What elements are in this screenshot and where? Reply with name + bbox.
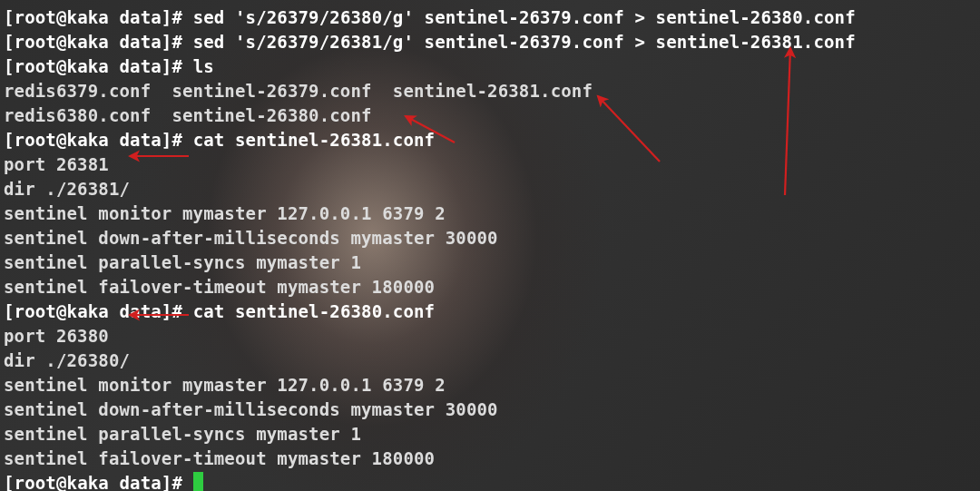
command-text: cat sentinel-26381.conf [193,130,436,150]
terminal-output-line: dir ./26380/ [4,349,856,373]
terminal-command-line: [root@kaka data]# sed 's/26379/26381/g' … [4,30,856,54]
output-text: sentinel parallel-syncs mymaster 1 [4,252,361,272]
output-text: sentinel monitor mymaster 127.0.0.1 6379… [4,203,446,223]
output-text: sentinel monitor mymaster 127.0.0.1 6379… [4,375,446,395]
prompt-host: kaka [67,7,109,27]
prompt-at: @ [56,473,67,491]
prompt-space [109,32,120,52]
prompt-hash: # [172,473,182,491]
prompt-close-bracket: ] [162,56,172,76]
prompt-host: kaka [67,130,109,150]
output-text: port 26381 [4,154,109,174]
terminal-command-line: [root@kaka data]# ls [4,54,856,79]
prompt-at: @ [56,7,67,27]
terminal-output-line: sentinel monitor mymaster 127.0.0.1 6379… [4,373,856,398]
terminal-output-line: dir ./26381/ [4,177,856,201]
prompt-hash: # [172,301,182,321]
prompt-path: data [120,7,162,27]
output-text: redis6380.conf sentinel-26380.conf [4,105,372,125]
prompt-user: root [15,56,56,76]
prompt-close-bracket: ] [162,301,172,321]
terminal-output: [root@kaka data]# sed 's/26379/26380/g' … [4,5,856,491]
terminal-command-line: [root@kaka data]# cat sentinel-26380.con… [4,300,856,324]
prompt-hash: # [172,32,182,52]
prompt-host: kaka [67,473,109,491]
terminal-output-line: redis6380.conf sentinel-26380.conf [4,103,856,128]
command-text: cat sentinel-26380.conf [193,301,436,321]
output-text: redis6379.conf sentinel-26379.conf senti… [4,81,593,101]
output-text: sentinel down-after-milliseconds mymaste… [4,399,498,419]
terminal-output-line: sentinel monitor mymaster 127.0.0.1 6379… [4,201,856,226]
output-text: dir ./26381/ [4,179,130,199]
prompt-open-bracket: [ [4,130,15,150]
prompt-hash: # [172,7,182,27]
prompt-space [109,7,120,27]
prompt-close-bracket: ] [162,32,172,52]
prompt-hash: # [172,130,182,150]
prompt-open-bracket: [ [4,7,15,27]
output-text: sentinel failover-timeout mymaster 18000… [4,277,435,297]
terminal-output-line: sentinel down-after-milliseconds mymaste… [4,226,856,250]
prompt-path: data [120,56,162,76]
prompt-open-bracket: [ [4,473,15,491]
prompt-path: data [120,32,162,52]
terminal-command-line: [root@kaka data]# sed 's/26379/26380/g' … [4,5,856,30]
prompt-at: @ [56,56,67,76]
prompt-path: data [120,301,162,321]
prompt-open-bracket: [ [4,301,15,321]
output-text: sentinel down-after-milliseconds mymaste… [4,228,498,248]
cursor-icon [193,472,203,491]
prompt-close-bracket: ] [162,473,172,491]
command-text: ls [193,56,214,76]
terminal-output-line: sentinel failover-timeout mymaster 18000… [4,275,856,300]
terminal-output-line: sentinel failover-timeout mymaster 18000… [4,447,856,471]
prompt-host: kaka [67,301,109,321]
prompt-close-bracket: ] [162,7,172,27]
terminal-output-line: sentinel down-after-milliseconds mymaste… [4,398,856,422]
prompt-space [109,56,120,76]
prompt-at: @ [56,130,67,150]
terminal-command-line: [root@kaka data]# [4,471,856,491]
terminal-output-line: redis6379.conf sentinel-26379.conf senti… [4,79,856,103]
prompt-hash: # [172,56,182,76]
prompt-space [109,130,120,150]
prompt-at: @ [56,301,67,321]
terminal-command-line: [root@kaka data]# cat sentinel-26381.con… [4,128,856,152]
output-text: sentinel parallel-syncs mymaster 1 [4,424,361,444]
prompt-space [109,473,120,491]
prompt-user: root [15,32,56,52]
prompt-at: @ [56,32,67,52]
prompt-host: kaka [67,56,109,76]
terminal-output-line: sentinel parallel-syncs mymaster 1 [4,422,856,447]
prompt-space [109,301,120,321]
terminal-output-line: sentinel parallel-syncs mymaster 1 [4,250,856,275]
terminal-output-line: port 26381 [4,152,856,177]
prompt-host: kaka [67,32,109,52]
command-text: sed 's/26379/26381/g' sentinel-26379.con… [193,32,856,52]
prompt-open-bracket: [ [4,56,15,76]
output-text: sentinel failover-timeout mymaster 18000… [4,448,435,468]
prompt-user: root [15,473,56,491]
prompt-open-bracket: [ [4,32,15,52]
prompt-close-bracket: ] [162,130,172,150]
prompt-path: data [120,130,162,150]
prompt-user: root [15,130,56,150]
prompt-user: root [15,7,56,27]
terminal-output-line: port 26380 [4,324,856,349]
prompt-user: root [15,301,56,321]
command-text: sed 's/26379/26380/g' sentinel-26379.con… [193,7,856,27]
output-text: dir ./26380/ [4,350,130,370]
output-text: port 26380 [4,326,109,346]
prompt-path: data [120,473,162,491]
